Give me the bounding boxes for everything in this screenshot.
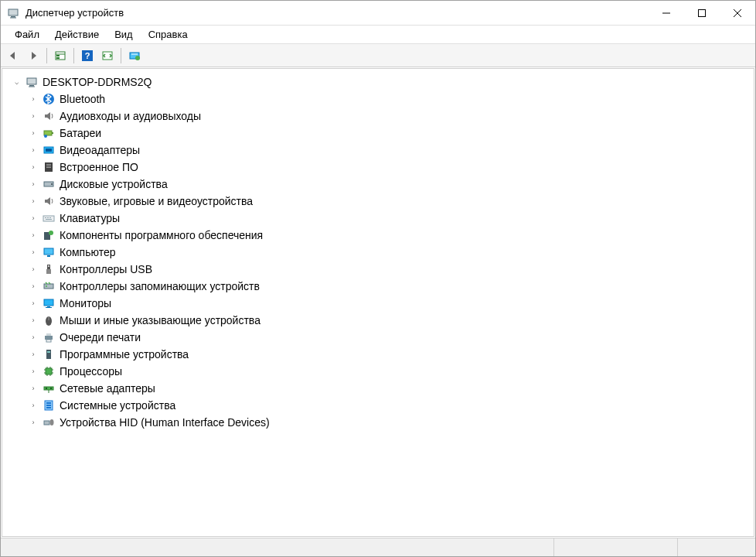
menu-view[interactable]: Вид bbox=[107, 26, 141, 43]
svg-rect-47 bbox=[46, 307, 52, 308]
tree-category[interactable]: ›Очереди печати bbox=[5, 329, 751, 346]
chevron-down-icon[interactable]: ⌵ bbox=[12, 77, 21, 87]
svg-rect-53 bbox=[46, 350, 51, 359]
chevron-right-icon[interactable]: › bbox=[29, 333, 38, 342]
tree-category[interactable]: ›Системные устройства bbox=[5, 397, 751, 414]
tree-category[interactable]: ›Видеоадаптеры bbox=[5, 142, 751, 159]
svg-rect-32 bbox=[45, 217, 46, 218]
chevron-right-icon[interactable]: › bbox=[29, 111, 38, 121]
tree-category[interactable]: ›Сетевые адаптеры bbox=[5, 380, 751, 397]
svg-rect-27 bbox=[46, 166, 51, 166]
chevron-right-icon[interactable]: › bbox=[29, 196, 38, 206]
chevron-right-icon[interactable]: › bbox=[29, 162, 38, 172]
usb-icon bbox=[43, 263, 55, 275]
chevron-right-icon[interactable]: › bbox=[29, 418, 38, 427]
chevron-right-icon[interactable]: › bbox=[29, 179, 38, 189]
network-icon bbox=[43, 382, 55, 395]
tree-category[interactable]: ›Компоненты программного обеспечения bbox=[5, 227, 751, 244]
svg-rect-34 bbox=[49, 217, 51, 218]
svg-rect-38 bbox=[44, 248, 53, 255]
tree-category-label: Системные устройства bbox=[60, 399, 175, 412]
chevron-right-icon[interactable]: › bbox=[29, 401, 38, 410]
toolbar-back-button[interactable] bbox=[4, 46, 22, 65]
menu-file[interactable]: Файл bbox=[7, 26, 47, 43]
software-component-icon bbox=[43, 229, 55, 241]
maximize-button[interactable] bbox=[684, 1, 720, 25]
toolbar-properties-button[interactable] bbox=[51, 46, 70, 65]
tree-category[interactable]: ›Устройства HID (Human Interface Devices… bbox=[5, 414, 751, 431]
software-device-icon bbox=[43, 348, 55, 361]
status-pane-2 bbox=[554, 538, 678, 556]
window-title: Диспетчер устройств bbox=[26, 7, 649, 19]
chevron-right-icon[interactable]: › bbox=[29, 214, 38, 223]
battery-icon bbox=[43, 127, 55, 139]
chevron-right-icon[interactable]: › bbox=[29, 299, 38, 308]
tree-category[interactable]: ›Батареи bbox=[5, 125, 751, 142]
chevron-right-icon[interactable]: › bbox=[29, 128, 38, 138]
svg-rect-18 bbox=[29, 87, 35, 87]
svg-rect-52 bbox=[46, 340, 51, 342]
toolbar-help-button[interactable]: ? bbox=[78, 46, 97, 65]
svg-rect-65 bbox=[46, 388, 47, 389]
tree-category[interactable]: ›Мыши и иные указывающие устройства bbox=[5, 312, 751, 329]
chevron-right-icon[interactable]: › bbox=[29, 265, 38, 274]
hid-icon bbox=[43, 416, 55, 429]
tree-category[interactable]: ›Аудиовходы и аудиовыходы bbox=[5, 108, 751, 125]
chevron-right-icon[interactable]: › bbox=[29, 367, 38, 376]
svg-rect-28 bbox=[46, 167, 51, 168]
minimize-button[interactable] bbox=[649, 1, 684, 25]
tree-category[interactable]: ›Программные устройства bbox=[5, 346, 751, 363]
chevron-right-icon[interactable]: › bbox=[29, 350, 38, 359]
svg-rect-24 bbox=[46, 149, 52, 152]
menu-action[interactable]: Действие bbox=[47, 26, 107, 43]
disk-icon bbox=[43, 178, 55, 190]
titlebar: Диспетчер устройств bbox=[1, 1, 755, 26]
chevron-right-icon[interactable]: › bbox=[29, 316, 38, 325]
menu-help[interactable]: Справка bbox=[141, 26, 196, 43]
tree-category[interactable]: ›Компьютер bbox=[5, 244, 751, 261]
toolbar-separator bbox=[121, 48, 121, 63]
tree-root-node[interactable]: ⌵DESKTOP-DDRMS2Q bbox=[5, 73, 751, 91]
printer-icon bbox=[43, 331, 55, 343]
device-tree[interactable]: ⌵DESKTOP-DDRMS2Q›Bluetooth›Аудиовходы и … bbox=[2, 68, 754, 537]
statusbar bbox=[1, 538, 755, 556]
svg-rect-64 bbox=[44, 387, 53, 390]
tree-category-label: Процессоры bbox=[60, 365, 122, 378]
svg-rect-35 bbox=[46, 219, 52, 220]
chevron-right-icon[interactable]: › bbox=[29, 248, 38, 257]
chevron-right-icon[interactable]: › bbox=[29, 384, 38, 393]
tree-category[interactable]: ›Звуковые, игровые и видеоустройства bbox=[5, 193, 751, 210]
svg-rect-16 bbox=[27, 78, 36, 84]
toolbar-show-hidden-button[interactable] bbox=[125, 46, 144, 65]
tree-category-label: Программные устройства bbox=[60, 348, 189, 361]
tree-category-label: Звуковые, игровые и видеоустройства bbox=[60, 195, 253, 207]
tree-category[interactable]: ›Контроллеры USB bbox=[5, 261, 751, 278]
svg-rect-2 bbox=[10, 17, 16, 18]
keyboard-icon bbox=[43, 212, 55, 224]
svg-rect-4 bbox=[699, 9, 706, 16]
tree-category[interactable]: ›Мониторы bbox=[5, 295, 751, 312]
svg-rect-55 bbox=[46, 368, 52, 374]
tree-category-label: Аудиовходы и аудиовыходы bbox=[60, 110, 201, 122]
svg-rect-70 bbox=[46, 405, 51, 406]
tree-category-label: Батареи bbox=[60, 127, 101, 139]
chevron-right-icon[interactable]: › bbox=[29, 145, 38, 155]
app-icon bbox=[7, 7, 19, 19]
toolbar-forward-button[interactable] bbox=[24, 46, 43, 65]
tree-category[interactable]: ›Встроенное ПО bbox=[5, 159, 751, 176]
display-adapter-icon bbox=[43, 144, 55, 156]
tree-category[interactable]: ›Клавиатуры bbox=[5, 210, 751, 227]
tree-category[interactable]: ›Контроллеры запоминающих устройств bbox=[5, 278, 751, 295]
tree-category[interactable]: ›Bluetooth bbox=[5, 91, 751, 108]
mouse-icon bbox=[43, 314, 55, 326]
sound-icon bbox=[43, 195, 55, 207]
tree-category[interactable]: ›Дисковые устройства bbox=[5, 176, 751, 193]
tree-category[interactable]: ›Процессоры bbox=[5, 363, 751, 380]
toolbar-scan-button[interactable] bbox=[98, 46, 117, 65]
window-controls bbox=[649, 1, 755, 25]
toolbar-separator bbox=[46, 48, 47, 63]
chevron-right-icon[interactable]: › bbox=[29, 231, 38, 240]
close-button[interactable] bbox=[720, 1, 755, 25]
chevron-right-icon[interactable]: › bbox=[29, 94, 38, 104]
chevron-right-icon[interactable]: › bbox=[29, 282, 38, 291]
